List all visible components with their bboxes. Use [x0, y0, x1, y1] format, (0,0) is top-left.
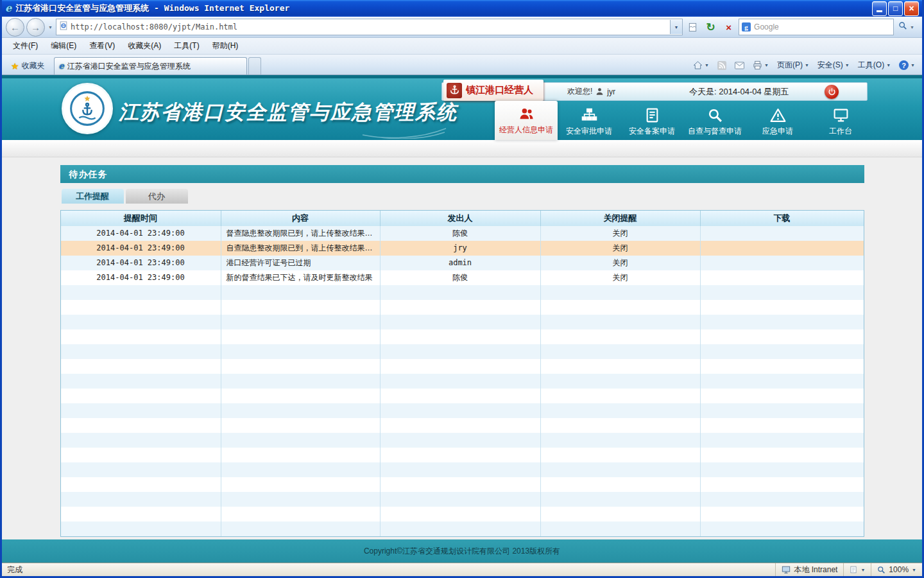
cell-close: [541, 344, 701, 359]
col-sender: 发出人: [381, 211, 541, 226]
search-box[interactable]: g Google: [739, 19, 894, 35]
home-button[interactable]: ▼: [690, 58, 712, 72]
zone-indicator[interactable]: 本地 Intranet: [775, 563, 843, 576]
nav-label: 自查与督查申请: [688, 126, 742, 137]
back-button[interactable]: ←: [6, 18, 24, 37]
cell-sender: jry: [381, 241, 541, 256]
cell-content: [221, 448, 381, 462]
page-menu-button[interactable]: 页面(P)▼: [774, 58, 812, 73]
menu-tools[interactable]: 工具(T): [168, 39, 205, 53]
cell-content: [221, 344, 381, 359]
maximize-button[interactable]: □: [888, 1, 903, 16]
col-content: 内容: [221, 211, 381, 226]
empty-row: [61, 477, 864, 492]
cell-sender: [381, 374, 541, 389]
close-reminder-link[interactable]: 关闭: [613, 273, 628, 282]
protected-mode-segment[interactable]: ▼: [843, 563, 871, 576]
cell-content: [221, 374, 381, 389]
nav-label: 经营人信息申请: [499, 125, 553, 136]
empty-row: [61, 300, 864, 315]
tab-work-reminder[interactable]: 工作提醒: [62, 189, 124, 204]
menu-help[interactable]: 帮助(H): [207, 39, 244, 53]
close-reminder-link[interactable]: 关闭: [613, 229, 628, 238]
logout-button[interactable]: [825, 85, 839, 99]
cell-download: [701, 433, 864, 448]
cell-sender: [381, 344, 541, 359]
menu-file[interactable]: 文件(F): [7, 39, 44, 53]
help-button[interactable]: ?▼: [896, 58, 918, 72]
cell-sender: [381, 315, 541, 329]
col-close: 关闭提醒: [541, 211, 701, 226]
task-row: 2014-04-01 23:49:00自查隐患整改期限已到，请上传整改结果…jr…: [61, 241, 864, 256]
cell-content: [221, 521, 381, 536]
nav-safety-record[interactable]: 安全备案申请: [620, 103, 683, 140]
cell-close: [541, 359, 701, 374]
tab-pending[interactable]: 代办: [126, 189, 188, 204]
nav-safety-approval[interactable]: 安全审批申请: [558, 103, 620, 140]
people-icon: [518, 106, 535, 122]
cell-content: [221, 492, 381, 507]
window-title: 江苏省港口安全监管与应急管理系统 - Windows Internet Expl…: [15, 3, 868, 14]
close-reminder-link[interactable]: 关闭: [613, 258, 628, 267]
nav-operator-info[interactable]: 经营人信息申请: [495, 101, 558, 140]
cell-remind-time: 2014-04-01 23:49:00: [61, 270, 221, 285]
minimize-button[interactable]: [872, 1, 887, 16]
forward-button[interactable]: →: [26, 18, 45, 37]
cell-remind-time: [61, 329, 221, 344]
print-button[interactable]: ▼: [749, 58, 772, 72]
close-reminder-link[interactable]: 关闭: [613, 243, 628, 252]
date-area: 今天是: 2014-04-04 星期五: [689, 86, 789, 98]
tools-menu-button[interactable]: 工具(O)▼: [855, 58, 894, 73]
compatibility-view-button[interactable]: [685, 19, 701, 35]
col-download: 下载: [701, 211, 864, 226]
cell-close: [541, 300, 701, 315]
stop-button[interactable]: ×: [721, 19, 737, 35]
safety-menu-label: 安全(S): [817, 60, 843, 71]
address-dropdown[interactable]: ▼: [670, 20, 682, 34]
username: jyr: [607, 87, 615, 96]
favorites-button[interactable]: ★ 收藏夹: [6, 57, 50, 74]
anchor-icon: [447, 83, 462, 98]
cell-content: [221, 403, 381, 418]
menu-view[interactable]: 查看(V): [83, 39, 121, 53]
menu-favorites[interactable]: 收藏夹(A): [122, 39, 167, 53]
printer-icon: [753, 60, 762, 70]
refresh-button[interactable]: ↻: [703, 19, 719, 35]
address-field[interactable]: http://localhost:8080/yjpt/Main.html ▼: [56, 19, 683, 35]
safety-menu-button[interactable]: 安全(S)▼: [814, 58, 853, 73]
role-badge-label: 镇江港口经营人: [466, 84, 533, 96]
user-info-bar: 镇江港口经营人 欢迎您! jyr 今天是: 2014-04-04 星期五: [441, 82, 868, 101]
cell-content: [221, 359, 381, 374]
col-remind-time: 提醒时间: [61, 211, 221, 226]
cell-download: [701, 448, 864, 462]
cell-sender: [381, 477, 541, 492]
ie-logo-icon: e: [5, 3, 12, 13]
browser-window: e 江苏省港口安全监管与应急管理系统 - Windows Internet Ex…: [0, 0, 924, 578]
cell-remind-time: [61, 359, 221, 374]
power-icon: [828, 87, 836, 96]
new-tab-stub[interactable]: [248, 57, 261, 74]
history-dropdown[interactable]: ▼: [47, 25, 54, 30]
search-icon[interactable]: [898, 21, 907, 33]
empty-row: [61, 389, 864, 403]
favorites-label: 收藏夹: [22, 60, 45, 71]
zoom-control[interactable]: 100% ▼: [871, 563, 922, 576]
org-chart-icon: [581, 107, 597, 123]
title-bar: e 江苏省港口安全监管与应急管理系统 - Windows Internet Ex…: [2, 0, 922, 17]
search-dropdown[interactable]: ▼: [909, 25, 916, 30]
date-label: 今天是:: [689, 87, 717, 96]
nav-self-inspection[interactable]: 自查与督查申请: [683, 103, 746, 140]
browser-tab[interactable]: e 江苏省港口安全监管与应急管理系统: [54, 57, 247, 74]
menu-edit[interactable]: 编辑(E): [45, 39, 82, 53]
nav-workbench[interactable]: 工作台: [809, 103, 872, 140]
cell-remind-time: [61, 389, 221, 403]
cell-download: [701, 344, 864, 359]
feeds-button[interactable]: [714, 59, 730, 72]
cell-remind-time: 2014-04-01 23:49:00: [61, 241, 221, 256]
cell-remind-time: [61, 315, 221, 329]
cell-sender: [381, 462, 541, 477]
read-mail-button[interactable]: [732, 60, 748, 71]
nav-emergency[interactable]: 应急申请: [746, 103, 809, 140]
close-button[interactable]: ×: [904, 1, 919, 16]
page-icon: [59, 21, 68, 33]
